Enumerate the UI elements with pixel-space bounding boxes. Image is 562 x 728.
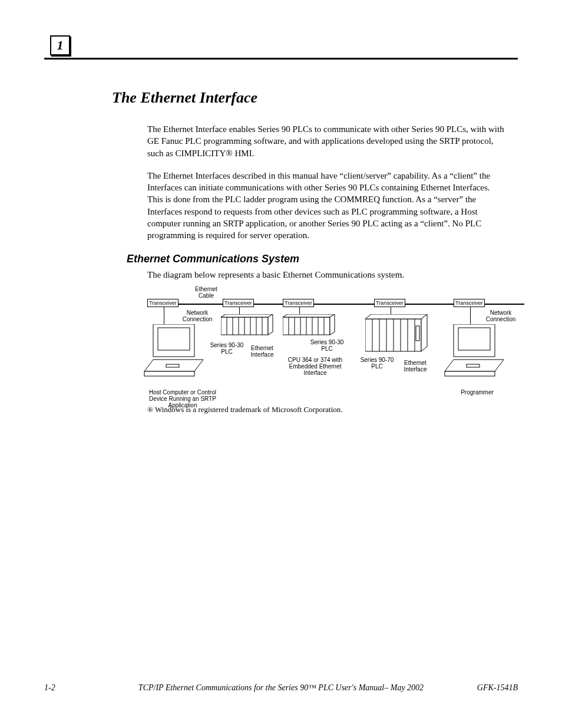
- plc-9030-2-label: Series 90-30 PLC: [306, 339, 348, 352]
- svg-rect-37: [458, 328, 490, 350]
- host-caption: Host Computer or Control Device Running …: [144, 389, 221, 409]
- eth-iface-2-label: Ethernet Interface: [398, 360, 433, 373]
- header-rule: [44, 58, 518, 60]
- subsection-intro: The diagram below represents a basic Eth…: [147, 269, 506, 281]
- svg-marker-14: [268, 314, 273, 335]
- drop-line-1: [164, 307, 164, 325]
- transceiver-5: Transceiver: [454, 299, 485, 307]
- svg-rect-40: [467, 364, 480, 367]
- footer-title: TCP/IP Ethernet Communications for the S…: [115, 683, 447, 693]
- svg-marker-13: [221, 314, 273, 317]
- svg-marker-33: [365, 314, 427, 319]
- cpu364-label: CPU 364 or 374 with Embedded Ethernet In…: [286, 357, 345, 376]
- transceiver-3: Transceiver: [283, 299, 314, 307]
- subsection-title: Ethernet Communications System: [127, 253, 518, 265]
- footer-doc-number: GFK-1541B: [477, 683, 518, 693]
- footer-page-number: 1-2: [44, 683, 55, 693]
- svg-rect-39: [445, 371, 495, 376]
- transceiver-2: Transceiver: [223, 299, 254, 307]
- plc-9030-1-label: Series 90-30 PLC: [206, 342, 247, 355]
- programmer-icon: [442, 324, 507, 387]
- plc-9030-1-icon: [221, 314, 274, 342]
- svg-rect-4: [166, 364, 179, 367]
- plc-9070-icon: [365, 314, 430, 357]
- svg-marker-23: [283, 314, 335, 317]
- ethernet-cable-label: Ethernet Cable: [189, 286, 224, 299]
- svg-marker-24: [330, 314, 335, 335]
- section-title: The Ethernet Interface: [112, 89, 518, 107]
- network-connection-right: Network Connection: [474, 309, 527, 322]
- paragraph-2: The Ethernet Interfaces described in thi…: [147, 170, 506, 242]
- eth-iface-1-label: Ethernet Interface: [244, 345, 280, 358]
- svg-rect-1: [158, 328, 190, 350]
- chapter-number: 1: [57, 38, 64, 53]
- host-computer-icon: [141, 324, 206, 387]
- svg-rect-3: [144, 371, 194, 376]
- chapter-number-box: 1: [50, 35, 70, 55]
- svg-rect-35: [416, 326, 419, 341]
- drop-line-5: [470, 307, 471, 325]
- transceiver-1: Transceiver: [147, 299, 178, 307]
- page-footer: 1-2 GFK-1541B TCP/IP Ethernet Communicat…: [44, 683, 518, 693]
- transceiver-4: Transceiver: [374, 299, 405, 307]
- plc-9030-2-icon: [283, 314, 336, 342]
- programmer-caption: Programmer: [454, 389, 501, 396]
- paragraph-1: The Ethernet Interface enables Series 90…: [147, 123, 506, 159]
- network-connection-left: Network Connection: [171, 309, 224, 322]
- plc-9070-label: Series 90-70 PLC: [356, 357, 398, 370]
- svg-marker-34: [421, 314, 427, 351]
